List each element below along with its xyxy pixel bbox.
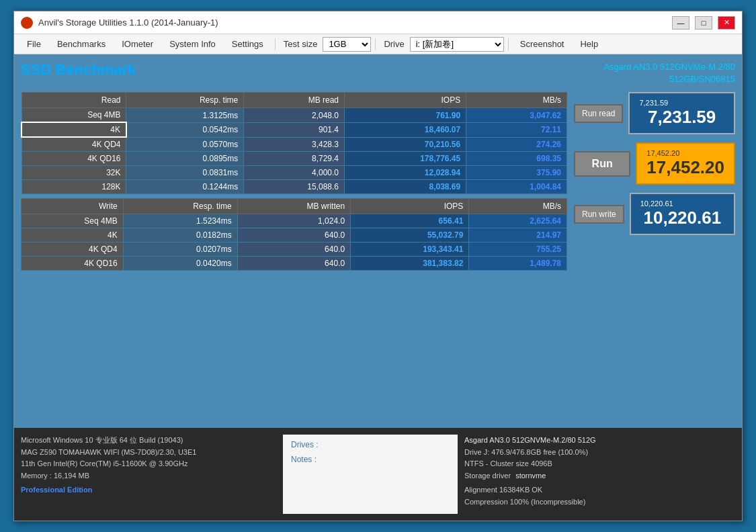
read-row-resp: 0.0895ms — [126, 152, 244, 166]
write-mbs-col-header: MB/s — [469, 199, 567, 214]
drive-info: Asgard AN3.0 512GNVMe-M.2/80 512GB/SN068… — [603, 61, 735, 85]
read-row-mb: 8,729.4 — [244, 152, 345, 166]
storage-driver-label: Storage driver — [464, 472, 511, 480]
write-table-row: 4K 0.0182ms 640.0 55,032.79 214.97 — [22, 228, 567, 242]
read-row-mb: 2,048.0 — [244, 108, 345, 123]
notes-area: Drives : Notes : — [283, 435, 458, 514]
write-row-resp: 0.0420ms — [123, 257, 237, 271]
read-row-mbs: 274.26 — [466, 137, 567, 152]
drive-name: Asgard AN3.0 512GNVMe-M.2/80 — [603, 61, 735, 73]
write-score-box: 10,220.61 10,220.61 — [630, 193, 735, 235]
title-controls: — □ ✕ — [672, 16, 735, 30]
read-score-label: 7,231.59 — [639, 99, 724, 107]
read-row-iops: 70,210.56 — [345, 137, 466, 152]
write-score-label: 10,220.61 — [640, 200, 724, 208]
menu-iometer[interactable]: IOmeter — [114, 36, 161, 52]
storage-driver-row: Storage driver stornvme — [464, 470, 735, 482]
minimize-button[interactable]: — — [672, 16, 689, 30]
write-table-row: 4K QD4 0.0207ms 640.0 193,343.41 755.25 — [22, 242, 567, 257]
read-table-row: 32K 0.0831ms 4,000.0 12,028.94 375.90 — [22, 166, 567, 180]
ssd-benchmark-title: SSD Benchmark — [21, 61, 136, 79]
mb-read-col-header: MB read — [244, 93, 345, 108]
write-row-iops: 381,383.82 — [351, 257, 469, 271]
read-row-resp: 0.0831ms — [126, 166, 244, 180]
menu-bar: File Benchmarks IOmeter System Info Sett… — [14, 34, 742, 54]
read-row-mb: 4,000.0 — [244, 166, 345, 180]
close-button[interactable]: ✕ — [718, 16, 735, 30]
write-row-mb: 640.0 — [237, 228, 350, 242]
read-row-iops: 761.90 — [345, 108, 466, 123]
run-button[interactable]: Run — [574, 151, 630, 177]
os-info: Microsoft Windows 10 专业版 64 位 Build (190… — [21, 435, 276, 447]
write-row-mbs: 755.25 — [469, 242, 567, 257]
write-score-value: 10,220.61 — [640, 208, 724, 228]
menu-system-info[interactable]: System Info — [162, 36, 223, 52]
drive-title: Asgard AN3.0 512GNVMe-M.2/80 512G — [464, 435, 735, 447]
write-row-label: 4K — [22, 228, 124, 242]
write-row-mb: 640.0 — [237, 242, 350, 257]
read-score-value: 7,231.59 — [639, 107, 724, 128]
read-score-box: 7,231.59 7,231.59 — [628, 92, 735, 134]
drive-details: Asgard AN3.0 512GNVMe-M.2/80 512G Drive … — [464, 435, 735, 514]
main-window: Anvil's Storage Utilities 1.1.0 (2014-Ja… — [13, 11, 743, 521]
read-row-iops: 12,028.94 — [345, 166, 466, 180]
run-read-button[interactable]: Run read — [574, 104, 623, 123]
drive-select[interactable]: i: [新加卷] — [410, 37, 504, 52]
read-score-row: Run read 7,231.59 7,231.59 — [574, 92, 735, 134]
write-resp-col-header: Resp. time — [123, 199, 237, 214]
write-mb-col-header: MB written — [237, 199, 350, 214]
storage-driver-value: stornvme — [515, 472, 546, 480]
write-row-label: 4K QD16 — [22, 257, 124, 271]
menu-settings[interactable]: Settings — [224, 36, 271, 52]
write-row-mbs: 214.97 — [469, 228, 567, 242]
read-row-mbs: 698.35 — [466, 152, 567, 166]
maximize-button[interactable]: □ — [695, 16, 712, 30]
drive-j: Drive J: 476.9/476.8GB free (100.0%) — [464, 447, 735, 459]
menu-file[interactable]: File — [19, 36, 48, 52]
read-row-label: 128K — [22, 180, 126, 194]
write-row-label: Seq 4MB — [22, 214, 124, 228]
read-row-label: 32K — [22, 166, 126, 180]
menu-benchmarks[interactable]: Benchmarks — [50, 36, 113, 52]
test-size-select[interactable]: 1GB 512MB 256MB — [323, 37, 371, 52]
write-row-iops: 193,343.41 — [351, 242, 469, 257]
write-table-row: Seq 4MB 1.5234ms 1,024.0 656.41 2,625.64 — [22, 214, 567, 228]
test-size-label: Test size — [280, 37, 322, 51]
write-row-label: 4K QD4 — [22, 242, 124, 257]
write-row-mb: 640.0 — [237, 257, 350, 271]
read-row-iops: 18,460.07 — [345, 122, 466, 137]
iops-col-header: IOPS — [345, 93, 466, 108]
main-content: Read Resp. time MB read IOPS MB/s Seq 4M… — [21, 92, 735, 421]
ntfs-info: NTFS - Cluster size 4096B — [464, 458, 735, 470]
tables-section: Read Resp. time MB read IOPS MB/s Seq 4M… — [21, 92, 567, 421]
alignment-info: Alignment 16384KB OK — [464, 484, 735, 496]
app-icon — [21, 17, 33, 29]
menu-separator-2 — [375, 38, 376, 50]
menu-help[interactable]: Help — [573, 36, 605, 52]
write-table-row: 4K QD16 0.0420ms 640.0 381,383.82 1,489.… — [22, 257, 567, 271]
menu-screenshot[interactable]: Screenshot — [513, 36, 572, 52]
read-row-iops: 178,776.45 — [345, 152, 466, 166]
run-write-button[interactable]: Run write — [574, 205, 624, 224]
read-table: Read Resp. time MB read IOPS MB/s Seq 4M… — [21, 92, 567, 194]
read-row-mb: 15,088.6 — [244, 180, 345, 194]
drive-label: Drive — [380, 37, 408, 51]
write-row-resp: 0.0207ms — [123, 242, 237, 257]
cpu-info: 11th Gen Intel(R) Core(TM) i5-11600K @ 3… — [21, 458, 276, 470]
system-info: Microsoft Windows 10 专业版 64 位 Build (190… — [21, 435, 276, 514]
read-row-mbs: 72.11 — [466, 122, 567, 137]
write-iops-col-header: IOPS — [351, 199, 469, 214]
write-row-iops: 656.41 — [351, 214, 469, 228]
write-col-header: Write — [22, 199, 124, 214]
read-row-iops: 8,038.69 — [345, 180, 466, 194]
footer: Microsoft Windows 10 专业版 64 位 Build (190… — [14, 428, 742, 521]
total-score-value: 17,452.20 — [646, 157, 724, 178]
content-area: SSD Benchmark Asgard AN3.0 512GNVMe-M.2/… — [14, 54, 742, 428]
read-row-mbs: 375.90 — [466, 166, 567, 180]
edition-label: Professional Edition — [21, 484, 276, 496]
ssd-header: SSD Benchmark Asgard AN3.0 512GNVMe-M.2/… — [21, 61, 735, 85]
window-title: Anvil's Storage Utilities 1.1.0 (2014-Ja… — [38, 17, 218, 28]
read-row-label: 4K QD4 — [22, 137, 126, 152]
write-score-row: Run write 10,220.61 10,220.61 — [574, 193, 735, 235]
controls-section: Run read 7,231.59 7,231.59 Run 17,452.20… — [574, 92, 735, 421]
